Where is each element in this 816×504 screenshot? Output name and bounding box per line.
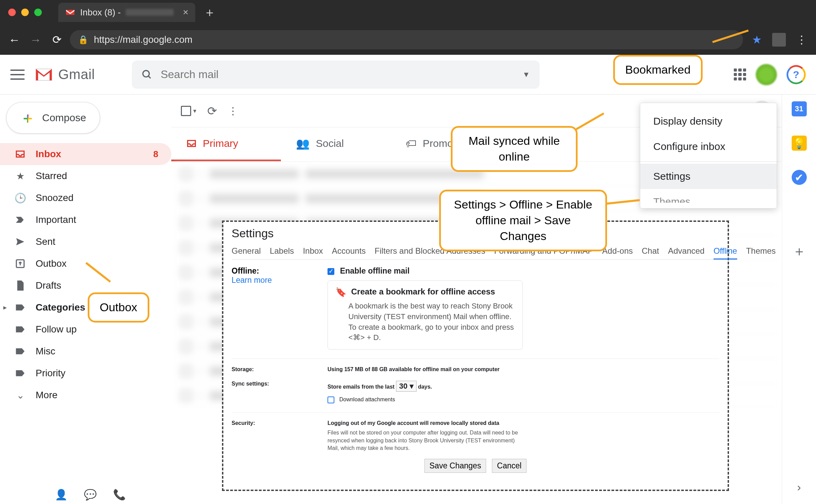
settings-tab-labels[interactable]: Labels: [270, 246, 294, 256]
gmail-logo[interactable]: Gmail: [34, 67, 95, 82]
forward-button[interactable]: →: [27, 33, 44, 47]
enable-offline-checkbox[interactable]: [327, 268, 334, 275]
draft-icon: [14, 280, 26, 291]
account-avatar[interactable]: [756, 64, 777, 85]
save-changes-button[interactable]: Save Changes: [424, 459, 486, 473]
chrome-profile-avatar[interactable]: [772, 33, 786, 47]
download-attachments-checkbox[interactable]: [327, 396, 334, 403]
settings-tab-addons[interactable]: Add-ons: [602, 246, 633, 256]
back-button[interactable]: ←: [6, 33, 23, 47]
svg-point-0: [143, 71, 149, 77]
menu-settings[interactable]: Settings: [640, 164, 777, 189]
settings-tab-advanced[interactable]: Advanced: [668, 246, 705, 256]
star-icon: ★: [14, 170, 26, 182]
omnibox[interactable]: 🔒 https://mail.google.com: [70, 30, 743, 49]
sidebar-item-label: Snoozed: [36, 192, 74, 203]
bookmark-card-title: Create a bookmark for offline access: [351, 287, 495, 297]
sidebar-item-priority[interactable]: Priority: [0, 362, 171, 384]
cancel-button[interactable]: Cancel: [492, 459, 527, 473]
search-icon: [141, 69, 152, 80]
download-attachments-label: Download attachments: [339, 396, 395, 402]
tab-bar: Inbox (8) - × ＋: [0, 0, 816, 25]
settings-tab-themes[interactable]: Themes: [746, 246, 776, 256]
gmail-favicon-icon: [65, 9, 75, 16]
callout-bookmarked: Bookmarked: [613, 55, 703, 85]
bookmark-star-icon[interactable]: ★: [752, 33, 762, 46]
chevron-down-icon[interactable]: ▾: [193, 107, 196, 115]
sidebar-item-important[interactable]: Important: [0, 209, 171, 231]
lock-icon: 🔒: [78, 35, 88, 45]
sidebar-item-label: Follow up: [36, 324, 77, 335]
sidebar-item-sent[interactable]: Sent: [0, 231, 171, 253]
sidebar-item-snoozed[interactable]: 🕒 Snoozed: [0, 187, 171, 209]
callout-synced: Mail synced while online: [451, 126, 578, 172]
label-icon: [14, 302, 26, 313]
close-tab-icon[interactable]: ×: [183, 7, 188, 18]
inbox-icon: [14, 148, 26, 160]
browser-chrome: Inbox (8) - × ＋ ← → ⟳ 🔒 https://mail.goo…: [0, 0, 816, 55]
hide-panel-icon[interactable]: ›: [797, 480, 801, 494]
label-icon: [14, 367, 26, 379]
compose-button[interactable]: ＋ Compose: [6, 102, 100, 134]
main-menu-icon[interactable]: [10, 67, 25, 82]
sidebar-item-starred[interactable]: ★ Starred: [0, 165, 171, 187]
sidebar-item-more[interactable]: ⌄ More: [0, 384, 171, 406]
sidebar-item-label: Misc: [36, 346, 55, 357]
callout-settings-path: Settings > Offline > Enable offline mail…: [439, 190, 607, 251]
sidebar-item-misc[interactable]: Misc: [0, 340, 171, 362]
support-icon[interactable]: ?: [787, 65, 806, 84]
enable-offline-label: Enable offline mail: [340, 266, 409, 275]
outbox-icon: [14, 258, 26, 269]
tab-primary[interactable]: Primary: [171, 127, 281, 161]
minimize-window-button[interactable]: [21, 9, 29, 16]
settings-tab-offline[interactable]: Offline: [714, 246, 737, 260]
settings-tab-chat[interactable]: Chat: [642, 246, 659, 256]
social-tab-icon: 👥: [296, 137, 310, 150]
settings-tab-inbox[interactable]: Inbox: [303, 246, 323, 256]
search-input[interactable]: [161, 68, 514, 81]
phone-icon[interactable]: 📞: [113, 489, 126, 501]
settings-offline-panel: Settings General Labels Inbox Accounts F…: [222, 220, 729, 491]
tab-label: Primary: [203, 138, 238, 149]
browser-tab[interactable]: Inbox (8) - ×: [58, 3, 195, 22]
settings-tab-general[interactable]: General: [232, 246, 261, 256]
sync-days-select[interactable]: 30 ▾: [396, 381, 417, 392]
sidebar-item-label: Drafts: [36, 280, 61, 291]
promotions-tab-icon: 🏷: [406, 137, 417, 150]
tab-social[interactable]: 👥 Social: [281, 127, 391, 161]
sidebar-item-label: Categories: [36, 302, 85, 313]
window-controls[interactable]: [8, 9, 42, 16]
gmail-logo-icon: [34, 67, 53, 82]
refresh-button[interactable]: ⟳: [207, 104, 217, 118]
search-bar[interactable]: ▼: [132, 61, 540, 89]
tasks-addon-icon[interactable]: ✔: [792, 170, 807, 185]
new-tab-button[interactable]: ＋: [203, 4, 216, 21]
person-icon[interactable]: 👤: [55, 489, 67, 501]
svg-line-1: [148, 76, 151, 78]
more-actions-icon[interactable]: ⋮: [228, 105, 238, 117]
learn-more-link[interactable]: Learn more: [232, 276, 272, 285]
maximize-window-button[interactable]: [34, 9, 42, 16]
hangouts-footer: 👤 💬 📞: [0, 489, 126, 501]
sidebar-item-followup[interactable]: Follow up: [0, 318, 171, 340]
menu-display-density[interactable]: Display density: [640, 109, 777, 134]
sidebar-item-inbox[interactable]: Inbox 8: [0, 143, 171, 165]
important-icon: [14, 214, 26, 226]
keep-addon-icon[interactable]: 💡: [792, 136, 807, 151]
chrome-menu-icon[interactable]: ⋮: [796, 33, 807, 46]
google-apps-icon[interactable]: [734, 68, 746, 81]
reload-button[interactable]: ⟳: [49, 33, 65, 46]
compose-label: Compose: [42, 112, 86, 124]
hangouts-icon[interactable]: 💬: [84, 489, 97, 501]
menu-themes[interactable]: Themes: [640, 189, 777, 203]
settings-tab-accounts[interactable]: Accounts: [332, 246, 366, 256]
close-window-button[interactable]: [8, 9, 16, 16]
search-options-icon[interactable]: ▼: [522, 70, 530, 79]
select-all-checkbox[interactable]: ▾: [181, 106, 196, 116]
get-addons-icon[interactable]: ＋: [792, 242, 806, 261]
calendar-addon-icon[interactable]: 31: [792, 101, 807, 116]
sidebar-item-label: Important: [36, 214, 76, 225]
menu-configure-inbox[interactable]: Configure inbox: [640, 134, 777, 159]
sync-text-post: days.: [418, 384, 432, 390]
sidebar-item-label: More: [36, 390, 58, 401]
